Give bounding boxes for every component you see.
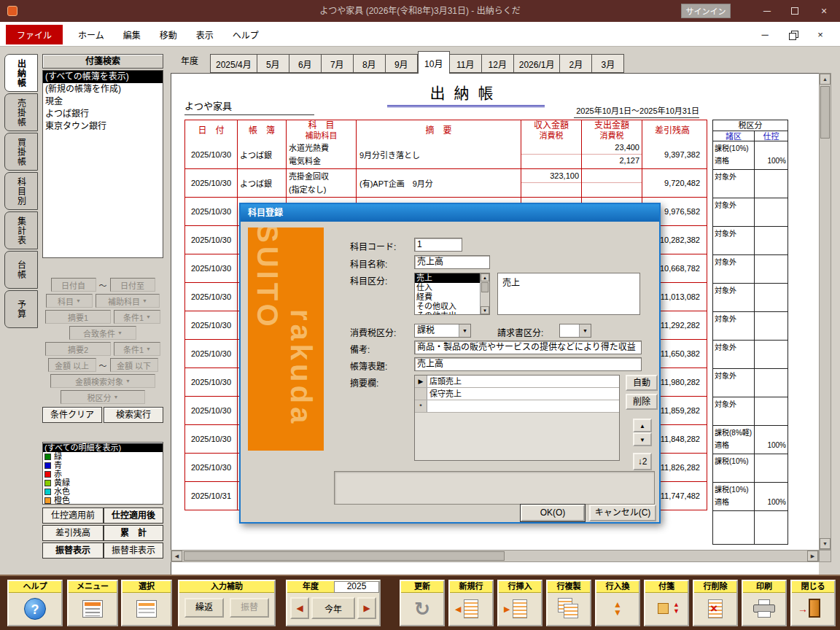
- sort-button[interactable]: ↓2: [633, 453, 652, 470]
- ledger-item[interactable]: 東京タウン銀行: [43, 120, 163, 133]
- delete-button[interactable]: 削除: [626, 394, 658, 410]
- month-tab[interactable]: 3月: [592, 54, 624, 73]
- menu-item[interactable]: ファイル: [6, 25, 63, 44]
- month-tab[interactable]: 11月: [450, 54, 482, 73]
- transfer-show-button[interactable]: 振替表示: [42, 542, 104, 559]
- tekiyo-row[interactable]: 保守売上: [415, 388, 619, 400]
- tekiyo-row[interactable]: *: [415, 400, 619, 413]
- table-row[interactable]: 2025/10/30よつば銀売掛金回収(指定なし)(有)APT企画 9月分323…: [184, 169, 707, 198]
- horizontal-scrollbar[interactable]: ◀ ▶: [171, 550, 819, 562]
- code-input[interactable]: 1: [414, 238, 462, 252]
- scroll-left-button[interactable]: ◀: [171, 551, 182, 561]
- help-button[interactable]: ヘルプ ?: [7, 580, 63, 626]
- month-tab[interactable]: 2025/4月: [210, 54, 257, 73]
- month-tab[interactable]: 10月: [418, 51, 450, 74]
- nav-tab[interactable]: 集計表: [4, 211, 38, 249]
- close-button[interactable]: ×: [811, 0, 837, 22]
- kubun-listbox[interactable]: 売上仕入経費その他収入その他支出 ▲ ▼: [414, 273, 490, 315]
- nav-tab[interactable]: 予算: [4, 290, 38, 328]
- chevron-down-icon[interactable]: ▼: [579, 324, 591, 337]
- toolbar-new-row-button[interactable]: 新規行◀: [448, 580, 494, 626]
- tax-combobox[interactable]: 課税 ▼: [414, 324, 471, 338]
- prev-year-button[interactable]: ◀: [290, 597, 309, 619]
- ledger-item[interactable]: (すべての帳簿を表示): [43, 71, 163, 83]
- total-view-button[interactable]: 累 計: [104, 525, 163, 541]
- tekiyo-text[interactable]: 保守売上: [427, 388, 619, 400]
- auto-button[interactable]: 自動: [626, 375, 658, 391]
- toolbar-duplicate-row-button[interactable]: 行複製: [546, 580, 591, 626]
- horizontal-scrollbar-thumb[interactable]: [184, 551, 505, 561]
- kubun-scrollbar[interactable]: ▲ ▼: [480, 273, 489, 314]
- month-tab[interactable]: 12月: [482, 54, 514, 73]
- ledger-item[interactable]: よつば銀行: [43, 108, 163, 120]
- fusen-item[interactable]: 赤: [43, 470, 163, 478]
- transfer-hide-button[interactable]: 振替非表示: [104, 542, 163, 559]
- fusen-item[interactable]: 水色: [43, 487, 163, 496]
- month-tab[interactable]: 2026/1月: [514, 54, 561, 73]
- scroll-down-button[interactable]: ▼: [820, 538, 831, 549]
- child-close-button[interactable]: ×: [809, 26, 831, 42]
- fusen-item[interactable]: 橙色: [43, 496, 163, 505]
- fusen-item[interactable]: 緑: [43, 452, 163, 461]
- menu-item[interactable]: 移動: [160, 28, 177, 41]
- nav-tab[interactable]: 科目別: [4, 172, 38, 210]
- scroll-right-button[interactable]: ▶: [807, 551, 818, 561]
- dialog-titlebar[interactable]: 科目登録: [241, 204, 659, 222]
- kubun-option[interactable]: 経費: [415, 292, 480, 302]
- month-tab[interactable]: 8月: [354, 54, 386, 73]
- fusen-item-all[interactable]: (すべての明細を表示): [43, 443, 163, 452]
- memo-input[interactable]: 商品・製品の販売やサービスの提供などにより得た収益: [414, 341, 642, 354]
- tekiyo-grid[interactable]: ▶店頭売上保守売上*: [414, 375, 620, 461]
- month-tab[interactable]: 9月: [386, 54, 418, 73]
- tekiyo-text[interactable]: 店頭売上: [427, 376, 619, 387]
- fusen-listbox[interactable]: (すべての明細を表示)緑青赤黄緑水色橙色: [42, 442, 163, 505]
- child-restore-button[interactable]: [782, 26, 804, 42]
- ok-button[interactable]: OK(O): [521, 505, 585, 521]
- current-year-button[interactable]: 今年: [311, 597, 355, 619]
- nav-tab[interactable]: 出納帳: [4, 54, 38, 92]
- name-input[interactable]: 売上高: [414, 255, 490, 269]
- clear-conditions-button[interactable]: 条件クリア: [42, 407, 102, 423]
- toolbar-delete-row-button[interactable]: 行削除×: [693, 580, 738, 626]
- post-deduction-button[interactable]: 仕控適用後: [104, 508, 163, 524]
- run-search-button[interactable]: 検索実行: [104, 407, 163, 423]
- toolbar-sticky-note-button[interactable]: 付箋▲▼: [644, 580, 689, 626]
- kubun-option[interactable]: 売上: [415, 273, 480, 283]
- toolbar-refresh-button[interactable]: 更新↻: [400, 580, 445, 626]
- nav-tab[interactable]: 売掛帳: [4, 93, 38, 131]
- menu-item[interactable]: ホーム: [78, 28, 104, 41]
- ledger-listbox[interactable]: (すべての帳簿を表示)(新規の帳簿を作成)現金よつば銀行東京タウン銀行: [42, 70, 163, 258]
- kubun-option[interactable]: 仕入: [415, 283, 480, 292]
- scroll-up-button[interactable]: ▲: [820, 74, 831, 85]
- tekiyo-row[interactable]: ▶店頭売上: [415, 376, 619, 388]
- vertical-scrollbar[interactable]: ▲ ▼: [819, 73, 831, 550]
- child-minimize-button[interactable]: ─: [754, 26, 776, 42]
- book-title-input[interactable]: 売上高: [414, 357, 642, 371]
- tekiyo-text[interactable]: [427, 400, 619, 412]
- cancel-button[interactable]: キャンセル(C): [589, 505, 656, 521]
- kubun-option[interactable]: その他支出: [415, 311, 480, 315]
- menu-item[interactable]: 表示: [196, 28, 214, 41]
- move-up-button[interactable]: ▲: [633, 419, 652, 432]
- minimize-button[interactable]: ─: [754, 0, 780, 22]
- maximize-button[interactable]: [782, 0, 808, 22]
- next-year-button[interactable]: ▶: [357, 597, 376, 619]
- move-down-button[interactable]: ▼: [633, 432, 652, 446]
- vertical-scrollbar-thumb[interactable]: [820, 86, 830, 139]
- select-button[interactable]: 選択: [121, 580, 172, 626]
- menu-button[interactable]: メニュー: [67, 580, 118, 626]
- table-row[interactable]: 2025/10/30よつば銀水道光熱費電気料金9月分引き落とし23,4002,1…: [184, 141, 707, 169]
- month-tab[interactable]: 5月: [257, 54, 289, 73]
- balance-view-button[interactable]: 差引残高: [42, 525, 104, 541]
- chevron-down-icon[interactable]: ▼: [459, 324, 470, 337]
- toolbar-swap-rows-button[interactable]: 行入換▲▼: [595, 580, 640, 626]
- kubun-option[interactable]: その他収入: [415, 302, 480, 311]
- toolbar-print-button[interactable]: 印刷: [742, 580, 787, 626]
- month-tab[interactable]: 7月: [322, 54, 354, 73]
- toolbar-close-app-button[interactable]: 閉じる→: [790, 580, 836, 626]
- month-tab[interactable]: 2月: [560, 54, 592, 73]
- kubun-scrollbar-thumb[interactable]: [481, 282, 489, 292]
- ledger-item[interactable]: (新規の帳簿を作成): [43, 83, 163, 96]
- repeat-button[interactable]: 繰返: [184, 598, 224, 618]
- invoice-combobox[interactable]: ▼: [559, 324, 591, 338]
